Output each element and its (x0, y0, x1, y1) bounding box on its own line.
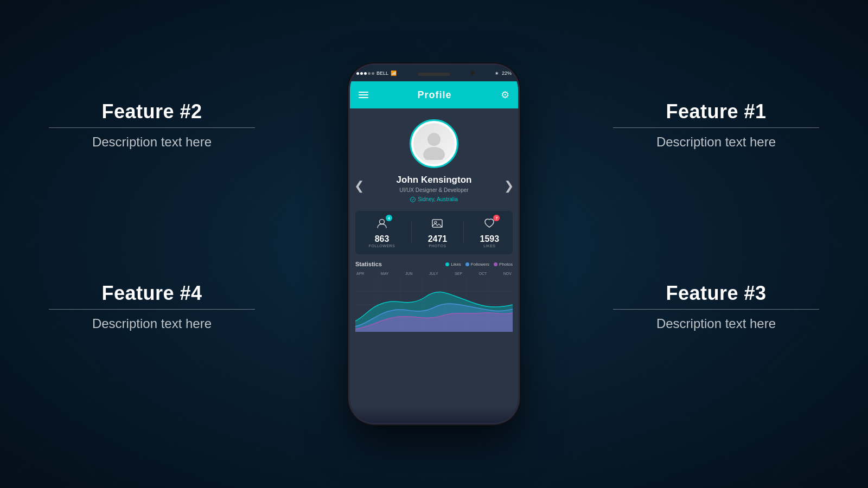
likes-label: LIKES (483, 244, 495, 248)
stats-bar: 4 863 FOLLOWERS 2471 (355, 211, 513, 254)
month-apr: APR (356, 272, 364, 275)
settings-icon[interactable]: ⚙ (501, 89, 509, 101)
svg-point-5 (435, 221, 437, 223)
avatar-ring (410, 119, 458, 168)
followers-stat: 4 863 FOLLOWERS (369, 217, 395, 248)
feature-2-block: Feature #2 Description text here (49, 100, 255, 150)
hamburger-line-1 (359, 92, 368, 93)
feature-2-divider (49, 127, 255, 128)
legend-photos: Photos (494, 262, 513, 267)
svg-point-1 (423, 147, 445, 160)
feature-1-block: Feature #1 Description text here (613, 100, 819, 150)
likes-count: 1593 (480, 234, 500, 244)
chart-area (355, 278, 513, 332)
carousel-right-arrow[interactable]: ❯ (504, 179, 514, 193)
feature-3-divider (613, 309, 819, 310)
feature-3-title: Feature #3 (613, 282, 819, 305)
chart-legend: Likes Followers Photos (445, 262, 513, 267)
user-name: John Kensington (397, 175, 472, 185)
feature-1-desc: Description text here (613, 134, 819, 150)
chart-months: APR MAY JUN JULY SEP OCT NOV (355, 272, 513, 275)
month-jun: JUN (405, 272, 413, 275)
hamburger-line-2 (359, 94, 368, 95)
app-header: Profile ⚙ (350, 81, 518, 108)
followers-badge: 4 (386, 215, 392, 221)
likes-icon: 7 (483, 217, 495, 232)
signal-dots (356, 72, 374, 75)
phone-camera (470, 70, 475, 75)
header-title: Profile (417, 89, 451, 101)
legend-dot-likes (445, 262, 449, 266)
avatar-image (413, 123, 455, 164)
chart-title: Statistics (355, 261, 382, 267)
legend-dot-followers (465, 262, 469, 266)
legend-followers: Followers (465, 262, 489, 267)
feature-4-block: Feature #4 Description text here (49, 282, 255, 331)
feature-4-desc: Description text here (49, 316, 255, 331)
hamburger-line-3 (359, 97, 368, 98)
signal-dot-2 (360, 72, 363, 75)
followers-icon: 4 (376, 217, 388, 232)
month-may: MAY (381, 272, 389, 275)
avatar-placeholder-icon (418, 127, 450, 160)
feature-4-divider (49, 309, 255, 310)
user-location: Sidney, Australia (410, 196, 458, 202)
signal-dot-1 (356, 72, 359, 75)
legend-likes: Likes (445, 262, 461, 267)
svg-point-3 (380, 220, 385, 224)
photos-stat: 2471 PHOTOS (428, 217, 448, 248)
avatar-section: John Kensington UI/UX Designer & Develop… (350, 108, 518, 202)
followers-count: 863 (375, 234, 390, 244)
signal-dot-5 (372, 72, 374, 75)
stat-divider-2 (463, 222, 464, 243)
wifi-icon: 📶 (391, 70, 397, 76)
feature-4-title: Feature #4 (49, 282, 255, 305)
battery-level: 22% (502, 70, 512, 76)
chart-section: Statistics Likes Followers Photos (350, 261, 518, 332)
location-check-icon (410, 197, 416, 202)
photos-icon (431, 217, 443, 232)
chart-svg (355, 278, 513, 332)
bluetooth-icon: ∗ (495, 70, 499, 76)
profile-content: ❮ ❯ John Kensington UI/UX Designer & Dev… (350, 108, 518, 423)
month-july: JULY (429, 272, 438, 275)
signal-dot-3 (364, 72, 367, 75)
legend-photos-label: Photos (499, 262, 513, 267)
image-icon (431, 217, 443, 229)
photos-count: 2471 (428, 234, 448, 244)
carrier-label: BELL (376, 70, 388, 76)
legend-dot-photos (494, 262, 497, 266)
feature-3-block: Feature #3 Description text here (613, 282, 819, 331)
feature-1-title: Feature #1 (613, 100, 819, 123)
month-sep: SEP (455, 272, 462, 275)
likes-badge: 7 (493, 215, 500, 221)
phone-outer: BELL 📶 ∗ 22% Profile ⚙ ❮ ❯ (350, 65, 518, 423)
legend-likes-label: Likes (451, 262, 461, 267)
feature-2-title: Feature #2 (49, 100, 255, 123)
screen-fade-bottom (350, 407, 518, 423)
likes-stat: 7 1593 LIKES (480, 217, 500, 248)
svg-point-0 (427, 133, 441, 146)
carousel-left-arrow[interactable]: ❮ (354, 179, 364, 193)
phone-mockup: BELL 📶 ∗ 22% Profile ⚙ ❮ ❯ (350, 65, 518, 423)
user-role: UI/UX Designer & Developer (399, 187, 468, 193)
phone-speaker (418, 73, 450, 76)
location-text: Sidney, Australia (418, 196, 458, 202)
followers-label: FOLLOWERS (369, 244, 395, 248)
photos-label: PHOTOS (429, 244, 446, 248)
legend-followers-label: Followers (471, 262, 489, 267)
stat-divider-1 (411, 222, 412, 243)
svg-point-2 (411, 197, 416, 202)
feature-2-desc: Description text here (49, 134, 255, 150)
status-left: BELL 📶 (356, 70, 397, 76)
feature-3-desc: Description text here (613, 316, 819, 331)
signal-dot-4 (368, 72, 371, 75)
month-oct: OCT (479, 272, 487, 275)
menu-button[interactable] (359, 92, 368, 98)
chart-header: Statistics Likes Followers Photos (355, 261, 513, 267)
status-right: ∗ 22% (495, 70, 512, 76)
month-nov: NOV (503, 272, 512, 275)
feature-1-divider (613, 127, 819, 128)
